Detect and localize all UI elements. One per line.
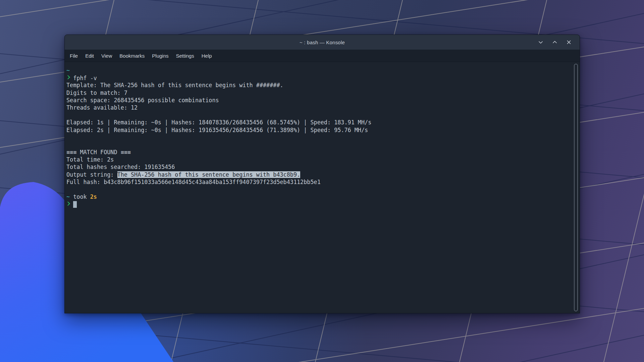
scrollbar[interactable]: [574, 64, 578, 311]
chevron-up-icon: [552, 40, 557, 45]
terminal-line: Search space: 268435456 possible combina…: [66, 97, 571, 104]
close-button[interactable]: [564, 38, 574, 47]
terminal-line: Threads available: 12: [66, 104, 571, 111]
terminal-line: [66, 111, 571, 119]
terminal-text: fphf -v: [70, 75, 97, 81]
terminal-text: took: [70, 193, 90, 200]
terminal-text: Threads available: 12: [66, 104, 138, 111]
terminal-text: Elapsed: 1s | Remaining: ~0s | Hashes: 1…: [66, 119, 371, 126]
maximize-button[interactable]: [550, 38, 559, 47]
terminal-viewport[interactable]: ~ fphf -vTemplate: The SHA-256 hash of t…: [65, 62, 580, 313]
menu-file[interactable]: File: [66, 50, 82, 62]
konsole-window: ~ : bash — Konsole File Edit Vi: [64, 35, 580, 313]
terminal-line: [66, 134, 571, 141]
chevron-down-icon: [538, 40, 543, 45]
terminal-line: Elapsed: 1s | Remaining: ~0s | Hashes: 1…: [66, 119, 571, 126]
terminal-line: Digits to match: 7: [66, 89, 571, 97]
terminal-line: Elapsed: 2s | Remaining: ~0s | Hashes: 1…: [66, 126, 571, 134]
terminal-text: Full hash: b43c8b96f151033a566e148d45c43…: [66, 179, 321, 185]
terminal-text: Digits to match: 7: [66, 89, 127, 96]
terminal-line: Total hashes searched: 191635456: [66, 163, 571, 171]
terminal-line: Output string: The SHA-256 hash of this …: [66, 171, 571, 178]
scrollbar-handle[interactable]: [574, 64, 578, 311]
terminal-text: Total hashes searched: 191635456: [66, 164, 175, 170]
menu-plugins[interactable]: Plugins: [148, 50, 172, 62]
selected-text: The SHA-256 hash of this sentence begins…: [117, 171, 301, 178]
terminal-text: ≡≡≡ MATCH FOUND ≡≡≡: [66, 149, 131, 156]
terminal-line: [66, 141, 571, 148]
terminal-text: 2s: [90, 193, 97, 200]
terminal-text: Template: The SHA-256 hash of this sente…: [66, 82, 283, 88]
close-icon: [566, 40, 572, 45]
terminal-text: ~: [66, 193, 70, 200]
menu-bookmarks[interactable]: Bookmarks: [116, 50, 148, 62]
window-controls: [536, 35, 574, 50]
terminal-line: Template: The SHA-256 hash of this sente…: [66, 81, 571, 89]
terminal-line: [66, 200, 571, 208]
chevron-right-icon: [66, 200, 70, 206]
terminal-lines: ~ fphf -vTemplate: The SHA-256 hash of t…: [66, 67, 571, 208]
terminal-text: Total time: 2s: [66, 156, 114, 163]
menu-edit[interactable]: Edit: [82, 50, 98, 62]
chevron-right-icon: [66, 74, 70, 80]
titlebar[interactable]: ~ : bash — Konsole: [65, 35, 580, 50]
terminal-line: ≡≡≡ MATCH FOUND ≡≡≡: [66, 148, 571, 156]
terminal-line: ~: [66, 67, 571, 74]
terminal-line: fphf -v: [66, 74, 571, 81]
terminal-text: Search space: 268435456 possible combina…: [66, 97, 219, 104]
terminal-line: [66, 186, 571, 193]
desktop[interactable]: { "desktop": { "wallpaper_colors": { "ba…: [0, 0, 644, 362]
menu-help[interactable]: Help: [198, 50, 216, 62]
minimize-button[interactable]: [536, 38, 545, 47]
terminal-line: Full hash: b43c8b96f151033a566e148d45c43…: [66, 178, 571, 186]
terminal-line: ~ took 2s: [66, 193, 571, 200]
terminal-text: Output string:: [66, 171, 117, 178]
menu-view[interactable]: View: [98, 50, 116, 62]
menu-settings[interactable]: Settings: [172, 50, 198, 62]
terminal-line: Total time: 2s: [66, 156, 571, 163]
terminal-cursor: [73, 201, 77, 208]
window-title: ~ : bash — Konsole: [300, 40, 345, 45]
terminal-text: ~: [66, 67, 70, 74]
terminal-text: [70, 201, 73, 208]
terminal-text: Elapsed: 2s | Remaining: ~0s | Hashes: 1…: [66, 127, 368, 133]
menubar: File Edit View Bookmarks Plugins Setting…: [65, 50, 580, 62]
